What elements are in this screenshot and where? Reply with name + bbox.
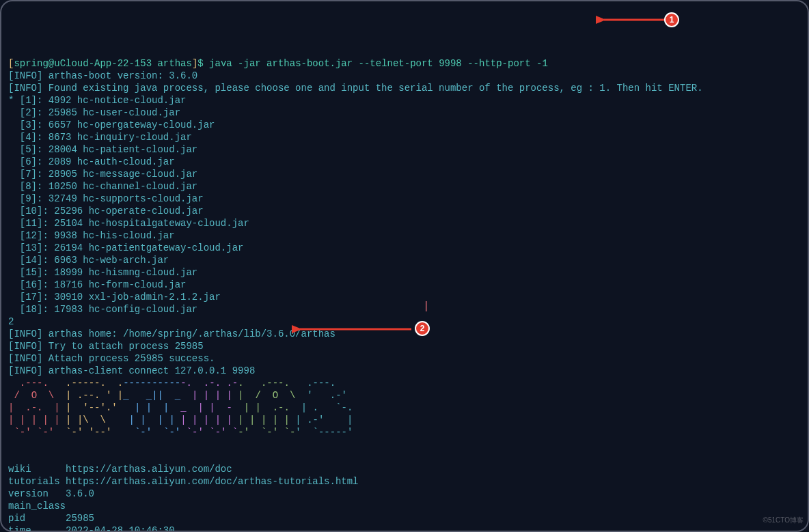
info-tag: [INFO] [8,70,42,81]
watermark: ©51CTO博客 [763,514,804,527]
info-tag: [INFO] [8,365,42,376]
footer-pid: pid 25985 [8,513,94,524]
info-choose: Found existing java process, please choo… [49,83,703,94]
info-try: Try to attach process 25985 [49,341,204,352]
user-selection: 2 [8,316,14,327]
info-tag: [INFO] [8,328,42,339]
footer-main-class: main_class [8,501,66,512]
footer-time: time 2022-04-28 10:46:30 [8,525,175,532]
info-version: arthas-boot version: 3.6.0 [49,70,197,81]
info-home: arthas home: /home/spring/.arthas/lib/3.… [49,328,335,339]
footer-version: version 3.6.0 [8,488,94,499]
info-tag: [INFO] [8,341,42,352]
annotation-badge-2: 2 [415,321,430,336]
caret-mark: | [423,300,430,313]
footer-tutorials: tutorials https://arthas.aliyun.com/doc/… [8,476,359,487]
ascii-art-logo: .---. .-----. .-----------. .-. .-. .---… [8,377,801,438]
info-success: Attach process 25985 success. [49,353,215,364]
process-list: * [1]: 4992 hc-notice-cloud.jar [2]: 259… [8,94,801,316]
info-connect: arthas-client connect 127.0.0.1 9998 [49,365,255,376]
annotation-arrow-1 [596,12,671,28]
prompt-user: spring@uCloud-App-22-153 arthas [14,58,191,69]
footer-wiki: wiki https://arthas.aliyun.com/doc [8,464,232,475]
info-tag: [INFO] [8,83,42,94]
command-text: java -jar arthas-boot.jar --telnet-port … [209,58,548,69]
terminal-output: [spring@uCloud-App-22-153 arthas]$ java … [8,57,801,532]
info-tag: [INFO] [8,353,42,364]
annotation-badge-1: 1 [664,12,679,27]
